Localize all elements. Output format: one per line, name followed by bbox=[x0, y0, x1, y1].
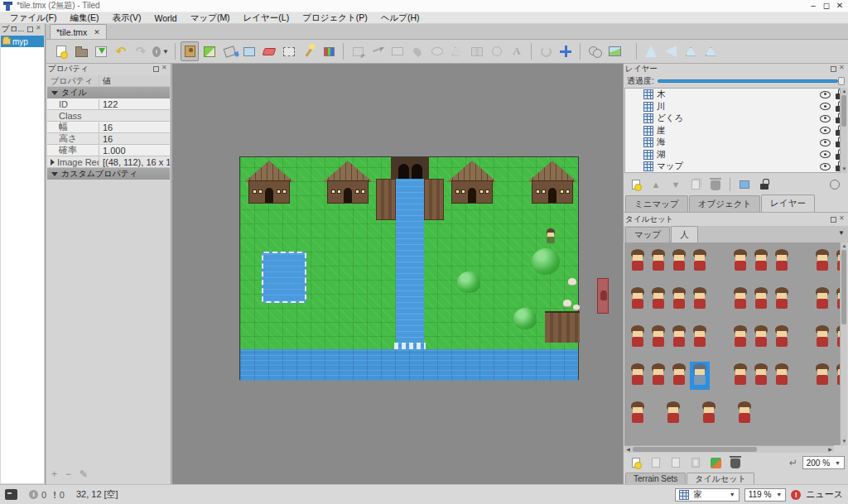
tileset-tab-map[interactable]: マップ bbox=[625, 227, 670, 242]
shape-fill-tool[interactable] bbox=[240, 41, 258, 61]
menu-project[interactable]: プロジェクト(P) bbox=[296, 12, 373, 24]
terrain-brush-tool[interactable] bbox=[200, 41, 219, 61]
tab-close-icon[interactable]: ✕ bbox=[94, 28, 100, 36]
maximize-button[interactable]: ◻ bbox=[820, 0, 833, 12]
tileset-tile[interactable] bbox=[751, 324, 771, 352]
visibility-eye-icon[interactable] bbox=[820, 103, 831, 110]
tileset-tile[interactable] bbox=[812, 247, 832, 276]
layers-scrollbar[interactable]: ▲ ▼ bbox=[840, 88, 847, 173]
tileset-hscrollbar[interactable]: ◀ ▶ bbox=[624, 445, 834, 453]
eraser-tool[interactable] bbox=[260, 41, 278, 61]
tileset-tile[interactable] bbox=[812, 362, 832, 390]
close-panel-icon[interactable] bbox=[839, 216, 846, 223]
lock-layers-button[interactable] bbox=[755, 176, 773, 193]
news-alert-icon[interactable]: ! bbox=[791, 490, 801, 500]
tileset-tile[interactable] bbox=[648, 324, 668, 352]
tileset-tile[interactable] bbox=[690, 362, 710, 390]
console-toggle-icon[interactable] bbox=[5, 489, 17, 500]
visibility-eye-icon[interactable] bbox=[820, 115, 831, 122]
float-panel-icon[interactable] bbox=[830, 216, 837, 223]
same-tile-select-tool[interactable] bbox=[320, 41, 338, 61]
tileset-tile[interactable] bbox=[669, 247, 689, 276]
tileset-tile[interactable] bbox=[772, 324, 792, 352]
add-property-button[interactable]: + bbox=[51, 468, 57, 480]
layer-row-cliff[interactable]: 崖 bbox=[625, 125, 846, 137]
insert-polygon-tool[interactable] bbox=[448, 41, 466, 61]
save-button[interactable] bbox=[92, 41, 110, 61]
new-layer-button[interactable] bbox=[627, 176, 645, 193]
close-panel-icon[interactable] bbox=[36, 26, 43, 33]
property-row-width[interactable]: 幅 16 bbox=[47, 122, 170, 133]
insert-text-tool[interactable]: A bbox=[508, 41, 526, 61]
remove-property-button[interactable]: − bbox=[65, 468, 71, 480]
random-mode-button[interactable] bbox=[585, 41, 604, 61]
redo-button[interactable]: ↷ bbox=[132, 41, 150, 61]
edit-property-button[interactable]: ✎ bbox=[80, 468, 88, 480]
tileset-tile[interactable] bbox=[663, 400, 683, 428]
bucket-fill-tool[interactable] bbox=[220, 41, 238, 61]
scroll-left-icon[interactable]: ◀ bbox=[624, 446, 632, 454]
float-panel-icon[interactable] bbox=[152, 65, 160, 73]
menu-edit[interactable]: 編集(E) bbox=[63, 12, 105, 24]
tileset-tile[interactable] bbox=[730, 324, 750, 352]
tileset-tile[interactable] bbox=[628, 286, 648, 314]
insert-rectangle-tool[interactable] bbox=[388, 41, 407, 61]
scroll-down-icon[interactable]: ▼ bbox=[841, 166, 848, 173]
current-layer-select[interactable]: 家 ▼ bbox=[675, 488, 740, 502]
rotate-tool[interactable] bbox=[537, 41, 555, 61]
map-zoom-select[interactable]: 119 %▼ bbox=[744, 488, 787, 502]
property-row-class[interactable]: Class bbox=[47, 110, 170, 122]
minimize-button[interactable]: – bbox=[807, 0, 820, 12]
commands-button[interactable]: ▼ bbox=[152, 41, 170, 61]
tileset-tile[interactable] bbox=[669, 286, 689, 314]
tileset-tile[interactable] bbox=[690, 286, 710, 314]
visibility-eye-icon[interactable] bbox=[820, 139, 831, 146]
tileset-dropdown-icon[interactable]: ▼ bbox=[838, 229, 845, 237]
visibility-eye-icon[interactable] bbox=[820, 91, 831, 98]
menu-view[interactable]: 表示(V) bbox=[105, 12, 147, 24]
tab-layers[interactable]: レイヤー bbox=[761, 194, 815, 212]
scroll-right-icon[interactable]: ▶ bbox=[826, 446, 834, 454]
tileset-tile[interactable] bbox=[751, 362, 771, 390]
tab-minimap[interactable]: ミニマップ bbox=[625, 195, 688, 212]
layer-row-tree[interactable]: 木 bbox=[625, 89, 846, 101]
property-row-image-rect[interactable]: Image Rect [(48, 112), 16 x 16] bbox=[47, 156, 170, 168]
tab-objects[interactable]: オブジェクト bbox=[689, 195, 760, 212]
scroll-up-icon[interactable]: ▲ bbox=[841, 88, 848, 95]
rotate-right-button[interactable] bbox=[701, 41, 720, 61]
tileset-tile[interactable] bbox=[648, 286, 668, 314]
new-file-button[interactable] bbox=[52, 41, 70, 61]
raise-layer-button[interactable]: ▲ bbox=[647, 176, 665, 193]
flip-horizontal-button[interactable] bbox=[642, 41, 660, 61]
tile-section-header[interactable]: タイル bbox=[47, 87, 170, 98]
property-row-id[interactable]: ID 122 bbox=[47, 98, 170, 110]
tileset-tile[interactable] bbox=[690, 324, 710, 352]
opacity-slider[interactable] bbox=[658, 77, 845, 85]
tileset-tile[interactable] bbox=[648, 247, 668, 276]
tileset-tab-people[interactable]: 人 bbox=[671, 226, 698, 242]
close-panel-icon[interactable] bbox=[839, 65, 846, 73]
tileset-tile[interactable] bbox=[735, 400, 754, 428]
view-tileset-button[interactable] bbox=[687, 454, 705, 471]
tileset-tile[interactable] bbox=[730, 286, 750, 314]
insert-point-tool[interactable] bbox=[408, 41, 426, 61]
duplicate-layer-button[interactable] bbox=[687, 176, 705, 193]
tileset-tile[interactable] bbox=[812, 324, 832, 352]
scroll-down-icon[interactable]: ▼ bbox=[841, 438, 848, 445]
map-canvas[interactable] bbox=[172, 64, 623, 484]
stamp-brush-tool[interactable] bbox=[181, 41, 199, 61]
scroll-up-icon[interactable]: ▲ bbox=[841, 242, 848, 250]
scroll-thumb[interactable] bbox=[841, 250, 846, 324]
property-row-height[interactable]: 高さ 16 bbox=[47, 133, 170, 145]
insert-template-tool[interactable] bbox=[488, 41, 506, 61]
tileset-tile[interactable] bbox=[751, 247, 771, 276]
tileset-tile[interactable] bbox=[730, 362, 750, 390]
insert-ellipse-tool[interactable] bbox=[428, 41, 446, 61]
slider-handle[interactable] bbox=[838, 77, 845, 85]
toggle-other-layers-button[interactable] bbox=[735, 176, 754, 193]
visibility-eye-icon[interactable] bbox=[820, 151, 831, 158]
expand-arrow-icon[interactable] bbox=[51, 159, 55, 166]
tileset-tile[interactable] bbox=[772, 247, 792, 276]
tileset-tile[interactable] bbox=[648, 362, 668, 390]
tab-terrain-sets[interactable]: Terrain Sets bbox=[625, 473, 686, 484]
